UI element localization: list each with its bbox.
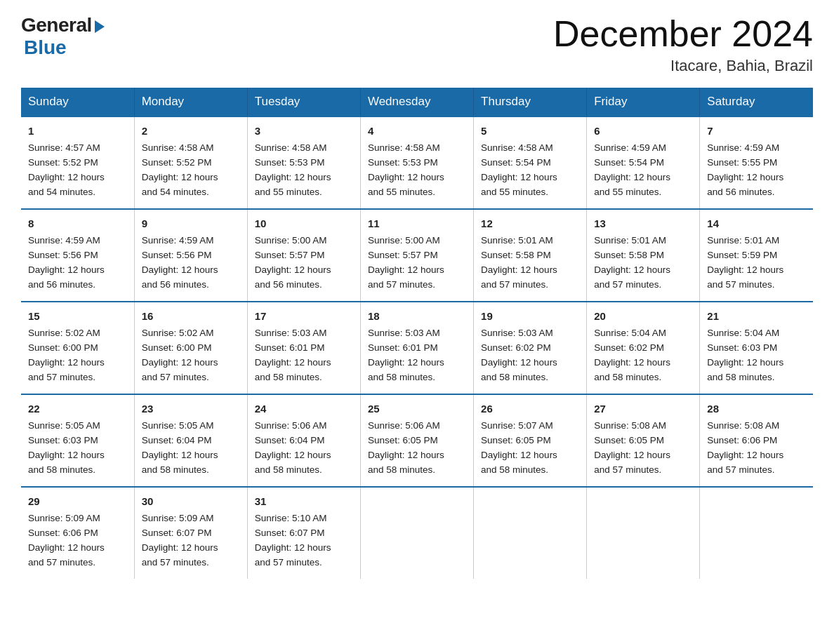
day-number: 17 (255, 308, 353, 324)
week-row-1: 1Sunrise: 4:57 AMSunset: 5:52 PMDaylight… (21, 116, 813, 209)
title-section: December 2024 Itacare, Bahia, Brazil (553, 14, 813, 75)
header-friday: Friday (587, 88, 700, 116)
calendar-table: SundayMondayTuesdayWednesdayThursdayFrid… (21, 88, 813, 579)
day-cell: 31Sunrise: 5:10 AMSunset: 6:07 PMDayligh… (247, 487, 360, 579)
day-cell: 13Sunrise: 5:01 AMSunset: 5:58 PMDayligh… (587, 209, 700, 302)
day-cell: 20Sunrise: 5:04 AMSunset: 6:02 PMDayligh… (587, 302, 700, 394)
day-cell: 16Sunrise: 5:02 AMSunset: 6:00 PMDayligh… (134, 302, 247, 394)
day-cell: 25Sunrise: 5:06 AMSunset: 6:05 PMDayligh… (360, 394, 473, 487)
day-cell: 5Sunrise: 4:58 AMSunset: 5:54 PMDaylight… (474, 116, 587, 209)
month-title: December 2024 (553, 14, 813, 54)
page-header: General Blue December 2024 Itacare, Bahi… (21, 14, 813, 75)
day-number: 12 (481, 215, 579, 232)
logo-general-text: General (21, 14, 92, 36)
day-number: 26 (481, 401, 579, 417)
day-cell: 10Sunrise: 5:00 AMSunset: 5:57 PMDayligh… (247, 209, 360, 302)
day-number: 25 (368, 401, 466, 417)
day-number: 5 (481, 123, 579, 139)
logo: General Blue (21, 14, 105, 59)
day-cell: 9Sunrise: 4:59 AMSunset: 5:56 PMDaylight… (134, 209, 247, 302)
day-cell: 3Sunrise: 4:58 AMSunset: 5:53 PMDaylight… (247, 116, 360, 209)
header-monday: Monday (134, 88, 247, 116)
day-cell: 18Sunrise: 5:03 AMSunset: 6:01 PMDayligh… (360, 302, 473, 394)
day-number: 4 (368, 123, 466, 139)
day-number: 29 (28, 493, 127, 509)
calendar-header-row: SundayMondayTuesdayWednesdayThursdayFrid… (21, 88, 813, 116)
day-number: 15 (28, 308, 127, 324)
day-number: 30 (142, 493, 240, 509)
day-number: 1 (28, 123, 127, 139)
day-number: 16 (142, 308, 240, 324)
day-cell: 19Sunrise: 5:03 AMSunset: 6:02 PMDayligh… (474, 302, 587, 394)
day-cell (360, 487, 473, 579)
day-number: 14 (707, 215, 806, 232)
day-cell: 4Sunrise: 4:58 AMSunset: 5:53 PMDaylight… (360, 116, 473, 209)
day-cell: 12Sunrise: 5:01 AMSunset: 5:58 PMDayligh… (474, 209, 587, 302)
week-row-5: 29Sunrise: 5:09 AMSunset: 6:06 PMDayligh… (21, 487, 813, 579)
day-number: 7 (707, 123, 806, 139)
day-cell: 6Sunrise: 4:59 AMSunset: 5:54 PMDaylight… (587, 116, 700, 209)
day-number: 19 (481, 308, 579, 324)
day-number: 11 (368, 215, 466, 232)
day-cell: 14Sunrise: 5:01 AMSunset: 5:59 PMDayligh… (700, 209, 813, 302)
day-number: 8 (28, 215, 127, 232)
day-cell: 27Sunrise: 5:08 AMSunset: 6:05 PMDayligh… (587, 394, 700, 487)
day-cell: 21Sunrise: 5:04 AMSunset: 6:03 PMDayligh… (700, 302, 813, 394)
day-number: 13 (594, 215, 692, 232)
day-number: 9 (142, 215, 240, 232)
logo-blue-text: Blue (24, 36, 67, 59)
day-cell: 11Sunrise: 5:00 AMSunset: 5:57 PMDayligh… (360, 209, 473, 302)
day-number: 31 (255, 493, 353, 509)
day-number: 28 (707, 401, 806, 417)
day-cell: 2Sunrise: 4:58 AMSunset: 5:52 PMDaylight… (134, 116, 247, 209)
logo-arrow-icon (95, 20, 105, 33)
day-cell: 22Sunrise: 5:05 AMSunset: 6:03 PMDayligh… (21, 394, 134, 487)
day-cell (474, 487, 587, 579)
day-cell: 17Sunrise: 5:03 AMSunset: 6:01 PMDayligh… (247, 302, 360, 394)
header-wednesday: Wednesday (360, 88, 473, 116)
day-number: 2 (142, 123, 240, 139)
day-number: 23 (142, 401, 240, 417)
week-row-3: 15Sunrise: 5:02 AMSunset: 6:00 PMDayligh… (21, 302, 813, 394)
day-number: 21 (707, 308, 806, 324)
day-number: 18 (368, 308, 466, 324)
day-number: 6 (594, 123, 692, 139)
day-cell: 8Sunrise: 4:59 AMSunset: 5:56 PMDaylight… (21, 209, 134, 302)
day-number: 10 (255, 215, 353, 232)
day-cell: 26Sunrise: 5:07 AMSunset: 6:05 PMDayligh… (474, 394, 587, 487)
day-number: 3 (255, 123, 353, 139)
calendar-body: 1Sunrise: 4:57 AMSunset: 5:52 PMDaylight… (21, 116, 813, 579)
day-cell: 30Sunrise: 5:09 AMSunset: 6:07 PMDayligh… (134, 487, 247, 579)
header-thursday: Thursday (474, 88, 587, 116)
day-cell (587, 487, 700, 579)
day-cell: 1Sunrise: 4:57 AMSunset: 5:52 PMDaylight… (21, 116, 134, 209)
day-cell: 28Sunrise: 5:08 AMSunset: 6:06 PMDayligh… (700, 394, 813, 487)
day-cell: 7Sunrise: 4:59 AMSunset: 5:55 PMDaylight… (700, 116, 813, 209)
day-cell: 23Sunrise: 5:05 AMSunset: 6:04 PMDayligh… (134, 394, 247, 487)
location-text: Itacare, Bahia, Brazil (553, 57, 813, 75)
header-saturday: Saturday (700, 88, 813, 116)
day-cell (700, 487, 813, 579)
header-sunday: Sunday (21, 88, 134, 116)
day-cell: 24Sunrise: 5:06 AMSunset: 6:04 PMDayligh… (247, 394, 360, 487)
header-tuesday: Tuesday (247, 88, 360, 116)
week-row-2: 8Sunrise: 4:59 AMSunset: 5:56 PMDaylight… (21, 209, 813, 302)
day-number: 27 (594, 401, 692, 417)
day-cell: 29Sunrise: 5:09 AMSunset: 6:06 PMDayligh… (21, 487, 134, 579)
week-row-4: 22Sunrise: 5:05 AMSunset: 6:03 PMDayligh… (21, 394, 813, 487)
day-cell: 15Sunrise: 5:02 AMSunset: 6:00 PMDayligh… (21, 302, 134, 394)
day-number: 22 (28, 401, 127, 417)
day-number: 24 (255, 401, 353, 417)
day-number: 20 (594, 308, 692, 324)
